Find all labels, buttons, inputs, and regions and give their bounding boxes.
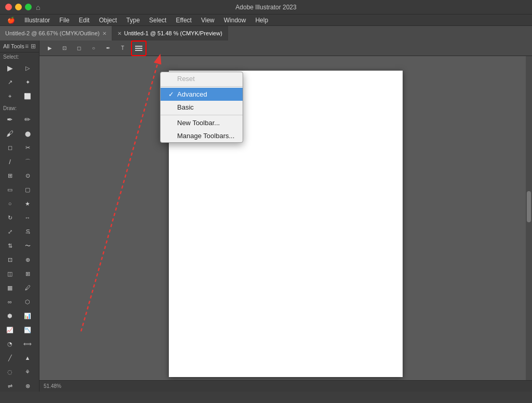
toolbar-btn-4[interactable]: ○ xyxy=(87,42,100,55)
menu-help[interactable]: Help xyxy=(251,16,272,25)
tab-untitled1[interactable]: ✕ Untitled-1 @ 51.48 % (CMYK/Preview) xyxy=(112,26,228,41)
toolbar-btn-2[interactable]: ⊡ xyxy=(58,42,71,55)
advanced-checkmark: ✓ xyxy=(168,90,174,98)
menu-view[interactable]: View xyxy=(197,16,219,25)
minimize-button[interactable] xyxy=(15,4,22,10)
polar-grid-tool[interactable]: ⊙ xyxy=(20,169,35,182)
toolbar-btn-6[interactable]: T xyxy=(116,42,129,55)
paintbrush-tool[interactable]: 🖌 xyxy=(2,127,18,140)
pencil-tool[interactable]: ✏ xyxy=(20,113,35,126)
line-tool[interactable]: / xyxy=(2,155,18,168)
area-chart-tool[interactable]: ▲ xyxy=(20,351,35,365)
apple-menu[interactable]: 🍎 xyxy=(3,16,19,25)
content-area: ▶ ⊡ ◻ ○ ✒ T xyxy=(39,41,532,392)
perspective-grid-tool[interactable]: ◫ xyxy=(2,267,18,280)
draw-tools-grid: ✒ ✏ 🖌 ⬤ ◻ ✂ / ⌒ ⊞ ⊙ ▭ ▢ ○ ★ ↻ ↔ ⤢ ⥹ ⇅ 〜 … xyxy=(0,112,39,392)
symbol-scruncher[interactable]: ⊗ xyxy=(20,379,35,392)
menu-object[interactable]: Object xyxy=(95,16,121,25)
dropdown-reset[interactable]: Reset xyxy=(161,72,243,85)
column-chart-tool[interactable]: 📈 xyxy=(2,323,18,337)
svg-rect-0 xyxy=(135,46,142,47)
switch-toolbar-button[interactable] xyxy=(132,42,145,55)
tabbar: Untitled-2 @ 66.67% (CMYK/Outline) ✕ ✕ U… xyxy=(0,26,532,41)
tab-untitled2[interactable]: Untitled-2 @ 66.67% (CMYK/Outline) ✕ xyxy=(0,26,112,41)
blend-tool[interactable]: ∞ xyxy=(2,295,18,308)
advanced-label: Advanced xyxy=(177,90,207,98)
eyedropper-tool[interactable]: 🖊 xyxy=(20,281,35,294)
selection-tool[interactable]: ▶ xyxy=(2,61,18,75)
eraser-tool[interactable]: ◻ xyxy=(2,141,18,154)
scatter-tool[interactable]: ◌ xyxy=(2,365,18,379)
width-tool[interactable]: ⇅ xyxy=(2,239,18,252)
tools-header: All Tools ≡ ⊞ xyxy=(0,41,39,52)
bar-chart-tool[interactable]: 📊 xyxy=(20,309,35,323)
toolbar-btn-5[interactable]: ✒ xyxy=(102,42,114,55)
free-transform-tool[interactable]: ⊡ xyxy=(2,253,18,266)
dropdown-new-toolbar[interactable]: New Toolbar... xyxy=(161,116,243,129)
direct-selection-tool[interactable]: ▷ xyxy=(20,61,35,75)
menu-type[interactable]: Type xyxy=(122,16,144,25)
scissors-tool[interactable]: ✂ xyxy=(20,141,35,154)
magic-wand-tool[interactable]: ✦ xyxy=(20,75,35,89)
switch-toolbar-button-container xyxy=(131,41,147,56)
dropdown-advanced[interactable]: ✓ Advanced xyxy=(161,88,243,101)
symbol-shifter[interactable]: ⇌ xyxy=(2,379,18,392)
lasso-tool[interactable]: ⌖ xyxy=(2,89,18,103)
ellipse-tool[interactable]: ○ xyxy=(2,197,18,210)
tab-label-untitled2: Untitled-2 @ 66.67% (CMYK/Outline) xyxy=(5,30,100,36)
graph-tool2[interactable]: ╱ xyxy=(2,351,18,365)
vertical-scrollbar[interactable] xyxy=(526,56,532,392)
menu-illustrator[interactable]: Illustrator xyxy=(20,16,54,25)
tools-header-label: All Tools xyxy=(3,43,24,49)
tab-label-untitled1: Untitled-1 @ 51.48 % (CMYK/Preview) xyxy=(124,30,222,36)
menu-edit[interactable]: Edit xyxy=(75,16,94,25)
content-toolbar: ▶ ⊡ ◻ ○ ✒ T xyxy=(39,41,532,56)
rectangle-tool[interactable]: ▭ xyxy=(2,183,18,196)
measure-tool[interactable]: ⟺ xyxy=(20,337,35,351)
shear-tool[interactable]: ⥹ xyxy=(20,225,35,238)
toolbar-btn-3[interactable]: ◻ xyxy=(73,42,85,55)
tab-close-untitled2[interactable]: ✕ xyxy=(102,31,107,36)
gradient-tool[interactable]: ▦ xyxy=(2,281,18,294)
reflect-tool[interactable]: ↔ xyxy=(20,211,35,224)
artboard-tool[interactable]: ⬜ xyxy=(20,89,35,103)
list-view-icon[interactable]: ≡ xyxy=(25,43,29,50)
close-button[interactable] xyxy=(5,4,12,10)
live-paint-selection[interactable]: ⬢ xyxy=(2,309,18,323)
graph-tool[interactable]: 📉 xyxy=(20,323,35,337)
maximize-button[interactable] xyxy=(25,4,32,10)
main-layout: All Tools ≡ ⊞ Select: ▶ ▷ ↗ ✦ ⌖ ⬜ Draw: … xyxy=(0,41,532,392)
tab-close-x[interactable]: ✕ xyxy=(117,31,122,36)
dropdown-manage-toolbars[interactable]: Manage Toolbars... xyxy=(161,129,243,142)
arc-tool[interactable]: ⌒ xyxy=(20,155,35,168)
mesh-tool[interactable]: ⊞ xyxy=(20,267,35,280)
star-tool[interactable]: ★ xyxy=(20,197,35,210)
titlebar: ⌂ Adobe Illustrator 2023 xyxy=(0,0,532,15)
dropdown-separator-1 xyxy=(161,86,243,87)
blob-brush-tool[interactable]: ⬤ xyxy=(20,127,35,140)
scale-tool[interactable]: ⤢ xyxy=(2,225,18,238)
rounded-rect-tool[interactable]: ▢ xyxy=(20,183,35,196)
group-selection-tool[interactable]: ↗ xyxy=(2,75,18,89)
menu-effect[interactable]: Effect xyxy=(171,16,195,25)
grid-tool[interactable]: ⊞ xyxy=(2,169,18,182)
toolbar-dropdown-menu: Reset ✓ Advanced Basic New Toolbar... xyxy=(160,72,243,143)
draw-label: Draw: xyxy=(0,104,39,112)
toolbar-btn-1[interactable]: ▶ xyxy=(44,42,56,55)
menu-file[interactable]: File xyxy=(55,16,73,25)
warp-tool[interactable]: 〜 xyxy=(20,239,35,252)
live-paint-tool[interactable]: ⬡ xyxy=(20,295,35,308)
dropdown-basic[interactable]: Basic xyxy=(161,101,243,114)
menu-window[interactable]: Window xyxy=(220,16,250,25)
symbol-sprayer[interactable]: ⚘ xyxy=(20,365,35,379)
pie-chart-tool[interactable]: ◔ xyxy=(2,337,18,351)
pen-tool[interactable]: ✒ xyxy=(2,113,18,126)
menu-select[interactable]: Select xyxy=(145,16,170,25)
basic-label: Basic xyxy=(177,103,194,111)
scrollbar-thumb[interactable] xyxy=(527,191,531,222)
rotate-tool[interactable]: ↻ xyxy=(2,211,18,224)
shape-builder-tool[interactable]: ⊕ xyxy=(20,253,35,266)
canvas-area xyxy=(39,56,532,392)
grid-view-icon[interactable]: ⊞ xyxy=(31,43,36,50)
status-text: 51.48% xyxy=(44,383,61,389)
